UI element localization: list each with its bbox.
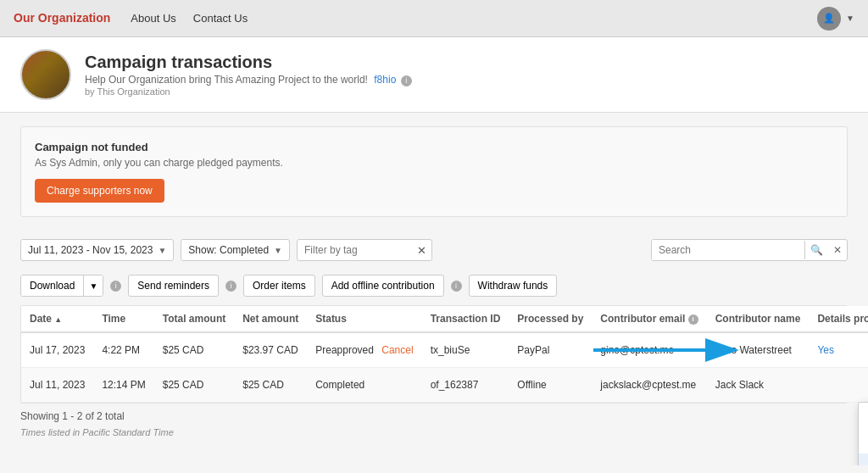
details-provided-col-header: Details provided? i xyxy=(809,306,868,332)
show-filter[interactable]: Show: Completed ▼ xyxy=(181,239,290,261)
main-content: Campaign not funded As Sys Admin, only y… xyxy=(0,126,868,465)
show-dropdown-icon: ▼ xyxy=(274,246,282,255)
header-info: Campaign transactions Help Our Organizat… xyxy=(85,53,412,97)
date-range-filter[interactable]: Jul 11, 2023 - Nov 15, 2023 ▼ xyxy=(20,239,174,261)
date-dropdown-icon: ▼ xyxy=(158,246,166,255)
time-col-header: Time xyxy=(93,306,153,332)
charge-supporters-button[interactable]: Charge supporters now xyxy=(35,179,164,203)
search-box: 🔍 ✕ xyxy=(651,239,848,261)
row2-total-amount: $25 CAD xyxy=(154,368,234,403)
search-clear-icon[interactable]: ✕ xyxy=(828,241,847,259)
add-offline-info-icon[interactable]: i xyxy=(451,281,462,292)
alert-title: Campaign not funded xyxy=(35,141,833,153)
view-edit-details-item[interactable]: View or edit details xyxy=(859,406,868,430)
row1-time: 4:22 PM xyxy=(93,332,153,368)
table-timezone-note: Times listed in Pacific Standard Time xyxy=(0,426,868,451)
issue-refund-item[interactable]: Issue refund xyxy=(859,454,868,465)
row1-total-amount: $25 CAD xyxy=(154,332,234,368)
table-showing: Showing 1 - 2 of 2 total xyxy=(0,403,868,426)
row1-details-link[interactable]: Yes xyxy=(817,344,834,356)
nav-brand[interactable]: Our Organization xyxy=(14,11,110,25)
contributor-email-col-header: Contributor email i xyxy=(592,306,706,332)
search-icon[interactable]: 🔍 xyxy=(804,241,828,259)
tag-filter-clear[interactable]: ✕ xyxy=(417,244,426,257)
row2-date: Jul 11, 2023 xyxy=(21,368,93,403)
nav-dropdown-arrow[interactable]: ▼ xyxy=(846,14,854,23)
org-avatar xyxy=(20,49,71,100)
row2-time: 12:14 PM xyxy=(93,368,153,403)
user-avatar[interactable]: 👤 xyxy=(817,7,841,31)
order-items-button[interactable]: Order items xyxy=(243,275,315,297)
tag-filter-input[interactable] xyxy=(304,244,406,256)
row1-contributor-email: gino@cptest.me xyxy=(592,332,706,368)
status-col-header: Status xyxy=(307,306,421,332)
info-icon-header[interactable]: i xyxy=(401,75,412,86)
download-info-icon[interactable]: i xyxy=(110,281,121,292)
action-buttons-row: Download ▼ i Send reminders i Order item… xyxy=(0,270,868,305)
row1-date: Jul 17, 2023 xyxy=(21,332,93,368)
processed-by-col-header: Processed by xyxy=(509,306,592,332)
download-arrow-button[interactable]: ▼ xyxy=(83,275,103,296)
page-header: Campaign transactions Help Our Organizat… xyxy=(0,37,868,113)
row1-processed-by: PayPal xyxy=(509,332,592,368)
transactions-table: Date ▲ Time Total amount Net amount Stat… xyxy=(21,306,868,403)
search-input[interactable] xyxy=(652,240,804,260)
total-amount-col-header: Total amount xyxy=(154,306,234,332)
main-nav: Our Organization About Us Contact Us 👤 ▼ xyxy=(0,0,868,37)
row2-status: Completed xyxy=(307,368,421,403)
email-info-icon[interactable]: i xyxy=(688,314,698,325)
campaign-not-funded-alert: Campaign not funded As Sys Admin, only y… xyxy=(20,126,848,217)
alert-description: As Sys Admin, only you can charge pledge… xyxy=(35,157,833,169)
row1-status-text: Preapproved xyxy=(315,344,374,356)
campaign-link[interactable]: f8hio xyxy=(374,74,396,86)
download-button-split: Download ▼ xyxy=(20,275,103,297)
page-title: Campaign transactions xyxy=(85,53,412,72)
date-col-header[interactable]: Date ▲ xyxy=(21,306,93,332)
withdraw-funds-button[interactable]: Withdraw funds xyxy=(469,275,558,297)
row1-net-amount: $23.97 CAD xyxy=(234,332,307,368)
row2-transaction-id: of_162387 xyxy=(422,368,509,403)
tag-filter[interactable]: ✕ xyxy=(297,239,432,261)
row1-contributor-name: Gino Waterstreet xyxy=(707,332,810,368)
row1-details-provided: Yes xyxy=(809,332,868,368)
table-row: Jul 17, 2023 4:22 PM $25 CAD $23.97 CAD … xyxy=(21,332,868,368)
header-byline: by This Organization xyxy=(85,86,412,97)
row2-net-amount: $25 CAD xyxy=(234,368,307,403)
table-row: Jul 11, 2023 12:14 PM $25 CAD $25 CAD Co… xyxy=(21,368,868,403)
row2-details-provided xyxy=(809,368,868,403)
contributor-name-col-header: Contributor name xyxy=(707,306,810,332)
send-reminders-info-icon[interactable]: i xyxy=(225,281,236,292)
view-public-post-item[interactable]: View public post ▶ xyxy=(859,430,868,454)
row1-cancel-link[interactable]: Cancel xyxy=(381,344,413,356)
date-sort-icon: ▲ xyxy=(54,315,62,324)
net-amount-col-header: Net amount xyxy=(234,306,307,332)
filters-row: Jul 11, 2023 - Nov 15, 2023 ▼ Show: Comp… xyxy=(0,231,868,270)
row2-processed-by: Offline xyxy=(509,368,592,403)
row2-contributor-name: Jack Slack xyxy=(707,368,810,403)
send-reminders-button[interactable]: Send reminders xyxy=(128,275,219,297)
context-menu: View or edit details View public post ▶ … xyxy=(858,402,868,465)
contact-us-link[interactable]: Contact Us xyxy=(193,12,248,25)
row1-transaction-id: tx_biuSe xyxy=(422,332,509,368)
row2-contributor-email: jackslack@cptest.me xyxy=(592,368,706,403)
download-main-button[interactable]: Download xyxy=(21,275,83,296)
row1-status: Preapproved Cancel xyxy=(307,332,421,368)
about-us-link[interactable]: About Us xyxy=(131,12,175,25)
row2-status-text: Completed xyxy=(315,379,364,391)
transaction-id-col-header: Transaction ID xyxy=(422,306,509,332)
transactions-table-container: Date ▲ Time Total amount Net amount Stat… xyxy=(20,305,848,403)
header-description: Help Our Organization bring This Amazing… xyxy=(85,74,412,86)
add-offline-contribution-button[interactable]: Add offline contribution xyxy=(322,275,444,297)
